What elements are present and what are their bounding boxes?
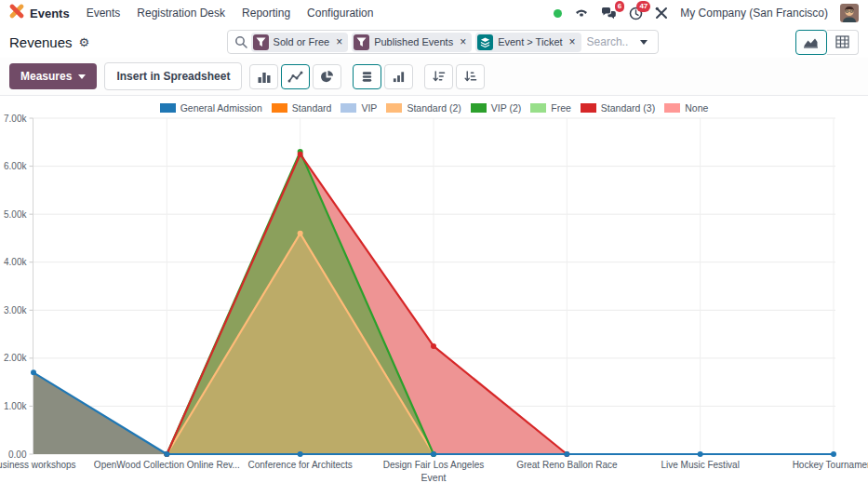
facet-label: Event > Ticket <box>498 36 562 47</box>
company-name[interactable]: My Company (San Francisco) <box>680 7 828 20</box>
data-point[interactable] <box>298 231 303 236</box>
y-tick-label: 4.00k <box>4 257 27 267</box>
legend-swatch <box>272 103 287 113</box>
breadcrumb: Revenues ⚙ <box>9 34 89 50</box>
x-tick-label: Conference for Architects <box>248 460 353 470</box>
bar-chart-icon <box>257 70 272 84</box>
stacked-button[interactable] <box>353 64 381 89</box>
data-point[interactable] <box>698 451 703 457</box>
search-facets: Sold or Free×Published Events×Event > Ti… <box>247 33 581 52</box>
sort-asc-button[interactable] <box>456 64 485 89</box>
legend-label: Free <box>551 102 571 114</box>
data-point[interactable] <box>431 343 436 349</box>
menu-item-configuration[interactable]: Configuration <box>307 7 373 20</box>
insert-in-spreadsheet-button[interactable]: Insert in Spreadsheet <box>104 62 242 90</box>
x-tick-label: Great Reno Ballon Race <box>516 460 618 470</box>
data-point[interactable] <box>431 451 436 457</box>
data-point[interactable] <box>564 451 569 457</box>
tools-icon[interactable] <box>655 7 668 20</box>
sort-desc-icon <box>432 70 446 83</box>
y-tick-label: 6.00k <box>4 161 27 171</box>
sort-desc-button[interactable] <box>424 64 453 89</box>
legend-label: VIP (2) <box>491 102 521 114</box>
legend-swatch <box>160 103 176 113</box>
menu-item-events[interactable]: Events <box>87 7 121 20</box>
search-dropdown-toggle[interactable] <box>634 40 654 45</box>
x-tick-label: Business workshops <box>0 460 76 470</box>
y-tick-label: 3.00k <box>4 305 27 315</box>
facet-remove-icon[interactable]: × <box>336 36 342 47</box>
app-name: Events <box>30 7 70 20</box>
filter-funnel-icon <box>253 34 269 50</box>
bar-chart-button[interactable] <box>249 64 278 89</box>
legend-label: None <box>685 102 708 114</box>
messages-badge: 6 <box>615 1 624 12</box>
measures-label: Measures <box>20 70 72 83</box>
data-point[interactable] <box>831 451 836 457</box>
legend-label: Standard <box>292 102 332 114</box>
legend-item[interactable]: General Admission <box>160 102 262 114</box>
line-chart-icon <box>287 70 303 84</box>
data-point[interactable] <box>31 369 36 375</box>
search-bar[interactable]: Sold or Free×Published Events×Event > Ti… <box>227 30 659 54</box>
search-facet-filter[interactable]: Published Events× <box>352 33 472 52</box>
cumulative-icon <box>392 70 406 83</box>
facet-remove-icon[interactable]: × <box>569 36 576 47</box>
legend-item[interactable]: Standard (2) <box>386 102 461 114</box>
legend-swatch <box>471 103 487 113</box>
user-avatar[interactable] <box>840 4 859 22</box>
search-facet-filter[interactable]: Sold or Free× <box>251 33 349 52</box>
legend-swatch <box>581 103 596 113</box>
legend-item[interactable]: None <box>664 102 708 114</box>
legend-swatch <box>530 103 546 113</box>
odoo-logo-icon <box>9 4 24 22</box>
facet-label: Published Events <box>374 36 453 47</box>
data-point[interactable] <box>298 152 303 157</box>
graph-toolbar: Measures Insert in Spreadsheet <box>0 58 868 96</box>
top-navbar: Events EventsRegistration DeskReportingC… <box>0 0 868 26</box>
online-status-dot <box>554 9 562 18</box>
sort-asc-icon <box>463 70 477 83</box>
filter-funnel-icon <box>354 34 369 50</box>
legend-item[interactable]: VIP (2) <box>471 102 521 114</box>
revenue-line-chart[interactable]: 0.001.00k2.00k3.00k4.00k5.00k6.00k7.00kB… <box>0 114 868 483</box>
control-panel: Revenues ⚙ Sold or Free×Published Events… <box>0 26 868 58</box>
pivot-view-button[interactable] <box>827 30 859 55</box>
facet-remove-icon[interactable]: × <box>460 36 466 47</box>
chevron-down-icon <box>78 74 86 79</box>
gear-icon[interactable]: ⚙ <box>79 35 90 49</box>
legend-item[interactable]: Standard <box>272 102 332 114</box>
legend-item[interactable]: VIP <box>341 102 377 114</box>
facet-label: Sold or Free <box>274 36 330 47</box>
messages-icon[interactable]: 6 <box>601 7 617 20</box>
main-menu: EventsRegistration DeskReportingConfigur… <box>87 7 374 20</box>
view-switcher <box>795 30 859 55</box>
legend-item[interactable]: Standard (3) <box>581 102 655 114</box>
search-input[interactable] <box>581 35 634 48</box>
x-tick-label: Design Fair Los Angeles <box>383 460 484 470</box>
graph-view: General AdmissionStandardVIPStandard (2)… <box>0 96 868 483</box>
graph-view-button[interactable] <box>795 30 827 55</box>
data-point[interactable] <box>298 451 303 457</box>
data-point[interactable] <box>164 451 169 457</box>
legend-swatch <box>664 103 680 113</box>
cumulative-button[interactable] <box>384 64 413 89</box>
pie-chart-button[interactable] <box>313 64 341 89</box>
voip-phone-icon[interactable] <box>574 7 589 20</box>
x-tick-label: OpenWood Collection Online Rev... <box>94 460 240 470</box>
menu-item-registration-desk[interactable]: Registration Desk <box>137 7 225 20</box>
search-facet-groupby[interactable]: Event > Ticket× <box>475 33 581 52</box>
app-brand[interactable]: Events <box>9 4 70 22</box>
line-chart-button[interactable] <box>281 64 310 89</box>
legend-label: Standard (2) <box>407 102 461 114</box>
measures-button[interactable]: Measures <box>9 63 97 89</box>
y-tick-label: 5.00k <box>4 209 27 220</box>
legend-swatch <box>341 103 356 113</box>
menu-item-reporting[interactable]: Reporting <box>242 7 290 20</box>
legend-label: Standard (3) <box>601 102 655 114</box>
stacked-icon <box>360 70 374 84</box>
x-tick-label: Hockey Tournament <box>793 460 868 470</box>
y-tick-label: 1.00k <box>4 401 27 411</box>
activities-clock-icon[interactable]: 47 <box>629 7 643 20</box>
legend-item[interactable]: Free <box>530 102 571 114</box>
